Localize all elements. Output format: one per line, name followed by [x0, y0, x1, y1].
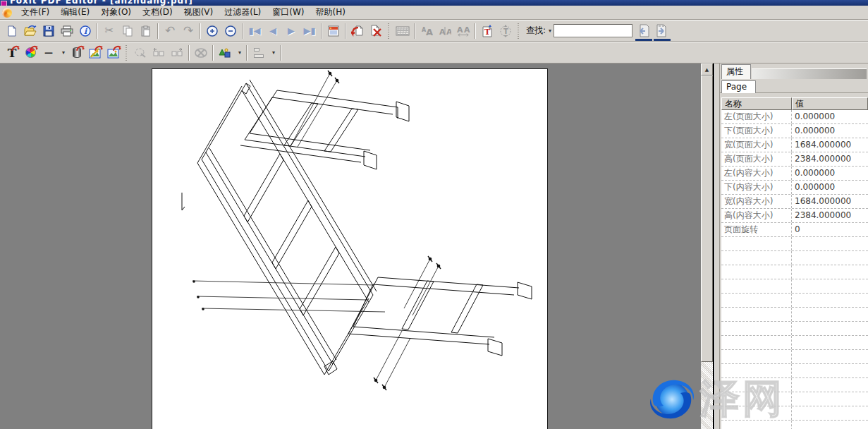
- add-text-button[interactable]: T: [3, 44, 21, 62]
- property-row[interactable]: [721, 392, 868, 406]
- property-value[interactable]: [792, 308, 868, 321]
- property-value[interactable]: 1684.000000: [792, 195, 868, 208]
- property-value[interactable]: [792, 237, 868, 250]
- property-row[interactable]: [721, 251, 868, 265]
- property-value[interactable]: [792, 364, 868, 377]
- insert-shape-button[interactable]: [216, 44, 234, 62]
- property-value[interactable]: [792, 251, 868, 265]
- property-value[interactable]: 0.000000: [792, 181, 868, 194]
- word-spacing-button[interactable]: AA: [454, 22, 472, 40]
- vertical-scrollbar[interactable]: ▲: [701, 64, 713, 429]
- property-value[interactable]: [792, 392, 868, 406]
- tab-page[interactable]: Page: [721, 80, 756, 93]
- property-value[interactable]: [792, 294, 868, 307]
- menu-document[interactable]: 文档(D): [137, 5, 178, 20]
- property-value[interactable]: 0.000000: [792, 110, 868, 123]
- property-row[interactable]: [721, 265, 868, 279]
- property-row[interactable]: 高(页面大小)2384.000000: [721, 152, 868, 167]
- rotate-left-button[interactable]: [149, 44, 168, 62]
- insert-page-button[interactable]: [348, 22, 367, 40]
- menu-file[interactable]: 文件(F): [16, 5, 55, 20]
- column-header-value[interactable]: 值: [792, 97, 868, 110]
- property-value[interactable]: [792, 406, 868, 420]
- line-tool-dropdown[interactable]: ▾: [58, 44, 68, 62]
- property-value[interactable]: [792, 421, 868, 429]
- property-value[interactable]: [792, 322, 868, 335]
- undo-button[interactable]: ↶: [161, 22, 179, 40]
- last-page-button[interactable]: ▶▮: [300, 22, 319, 40]
- text-rotate-button[interactable]: T: [496, 22, 515, 40]
- text-tool-button[interactable]: T: [478, 22, 496, 40]
- property-value[interactable]: [792, 336, 868, 349]
- new-document-button[interactable]: [3, 22, 21, 40]
- edit-image-button[interactable]: [86, 44, 104, 62]
- line-tool-button[interactable]: —: [39, 44, 58, 62]
- zoom-in-button[interactable]: [203, 22, 221, 40]
- property-value[interactable]: 1684.000000: [792, 138, 868, 152]
- rotate-right-button[interactable]: [168, 44, 186, 62]
- property-row[interactable]: 高(内容大小)2384.000000: [721, 209, 868, 223]
- scroll-up-button[interactable]: ▲: [701, 64, 713, 75]
- page-layout-button[interactable]: [324, 22, 343, 40]
- menu-window[interactable]: 窗口(W): [267, 5, 310, 20]
- panel-splitter[interactable]: [714, 64, 720, 429]
- property-value[interactable]: 2384.000000: [792, 152, 868, 166]
- property-value[interactable]: 0: [792, 223, 868, 236]
- property-row[interactable]: 宽(页面大小)1684.000000: [721, 138, 868, 152]
- property-row[interactable]: 下(内容大小)0.000000: [721, 181, 868, 195]
- property-row[interactable]: 下(页面大小)0.000000: [721, 124, 868, 138]
- find-previous-button[interactable]: [635, 20, 653, 41]
- property-row[interactable]: [721, 421, 868, 429]
- column-header-name[interactable]: 名称: [721, 97, 792, 110]
- previous-page-button[interactable]: ◀: [264, 22, 282, 40]
- first-page-button[interactable]: ▮◀: [245, 22, 264, 40]
- lasso-select-button[interactable]: [131, 44, 149, 62]
- copy-button[interactable]: [118, 22, 137, 40]
- property-row[interactable]: [721, 279, 868, 294]
- open-button[interactable]: [21, 22, 39, 40]
- toolbar-grip[interactable]: [517, 23, 521, 39]
- property-row[interactable]: 宽(内容大小)1684.000000: [721, 195, 868, 209]
- menu-edit[interactable]: 编辑(E): [55, 5, 95, 20]
- find-history-dropdown[interactable]: ▾: [549, 28, 551, 34]
- add-shading-button[interactable]: [68, 44, 86, 62]
- menu-help[interactable]: 帮助(H): [310, 5, 351, 20]
- property-value[interactable]: 2384.000000: [792, 209, 868, 222]
- property-row[interactable]: 左(内容大小)0.000000: [721, 167, 868, 181]
- property-value[interactable]: [792, 279, 868, 293]
- menu-view[interactable]: 视图(V): [178, 5, 219, 20]
- pdf-page[interactable]: [152, 68, 548, 429]
- add-color-button[interactable]: [21, 44, 39, 62]
- property-value[interactable]: [792, 378, 868, 392]
- delete-object-button[interactable]: [192, 44, 210, 62]
- scrollbar-thumb[interactable]: [701, 75, 713, 362]
- property-row[interactable]: [721, 364, 868, 378]
- property-value[interactable]: [792, 350, 868, 363]
- property-row[interactable]: 页面旋转0: [721, 223, 868, 237]
- toolbar-grip[interactable]: [125, 45, 129, 61]
- toolbar-grip[interactable]: [387, 23, 391, 39]
- property-value[interactable]: 0.000000: [792, 167, 868, 180]
- property-row[interactable]: 左(页面大小)0.000000: [721, 110, 868, 124]
- property-row[interactable]: [721, 308, 868, 322]
- save-button[interactable]: [39, 22, 58, 40]
- insert-shape-dropdown[interactable]: ▾: [234, 44, 244, 62]
- document-info-button[interactable]: i: [76, 22, 94, 40]
- zoom-out-button[interactable]: [221, 22, 240, 40]
- font-grow-button[interactable]: AA: [417, 22, 436, 40]
- add-image-button[interactable]: [104, 44, 123, 62]
- letter-spacing-button[interactable]: AA: [436, 22, 454, 40]
- property-row[interactable]: [721, 336, 868, 350]
- virtual-keyboard-button[interactable]: [393, 22, 412, 40]
- cut-button[interactable]: ✂: [100, 22, 118, 40]
- property-row[interactable]: [721, 237, 868, 251]
- property-value[interactable]: [792, 265, 868, 279]
- find-input[interactable]: [554, 24, 632, 37]
- property-value[interactable]: 0.000000: [792, 124, 868, 138]
- property-row[interactable]: [721, 378, 868, 392]
- property-row[interactable]: [721, 406, 868, 421]
- property-row[interactable]: [721, 350, 868, 364]
- next-page-button[interactable]: ▶: [282, 22, 300, 40]
- paste-button[interactable]: [137, 22, 155, 40]
- menu-filter[interactable]: 过滤器(L): [219, 5, 267, 20]
